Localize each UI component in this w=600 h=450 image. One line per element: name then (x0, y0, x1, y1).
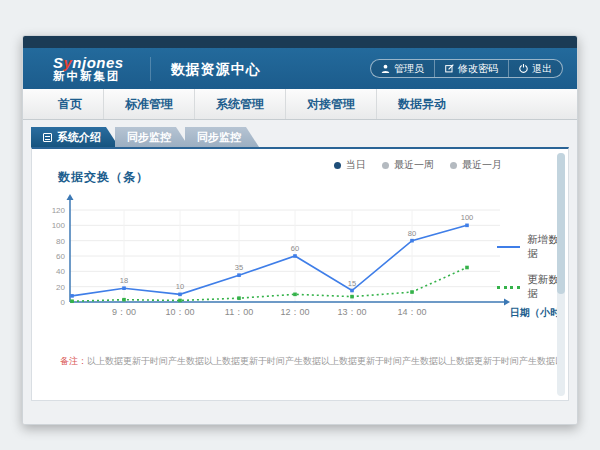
svg-text:20: 20 (56, 283, 65, 292)
panel-scrollbar[interactable] (557, 153, 565, 396)
svg-text:15: 15 (348, 279, 356, 288)
solid-line-icon (497, 246, 520, 248)
document-icon (43, 133, 52, 142)
svg-text:12：00: 12：00 (280, 307, 309, 317)
svg-text:9：00: 9：00 (112, 307, 136, 317)
user-actions-group: 管理员 修改密码 退出 (370, 59, 563, 78)
tab-sync-monitor-2-label: 同步监控 (197, 127, 241, 147)
app-header: Synjones 新中新集团 数据资源中心 管理员 修改密码 退出 (23, 48, 577, 89)
nav-item-data-change[interactable]: 数据异动 (376, 89, 467, 119)
period-filter-group: 当日 最近一周 最近一月 (334, 158, 502, 172)
logout-button[interactable]: 退出 (508, 60, 562, 77)
radio-selected-icon (334, 162, 341, 169)
admin-user-label: 管理员 (394, 62, 424, 76)
nav-item-standard-mgmt[interactable]: 标准管理 (103, 89, 194, 119)
radio-unselected-icon (450, 162, 457, 169)
svg-text:80: 80 (56, 237, 65, 246)
nav-item-home[interactable]: 首页 (37, 89, 103, 119)
content-panel: 当日 最近一周 最近一月 数据交换（条） 0204060801001209：00… (31, 147, 569, 401)
brand-company-name: 新中新集团 (53, 70, 124, 82)
content-area: 系统介绍 同步监控 同步监控 当日 最近一周 (23, 120, 577, 425)
nav-item-interface-mgmt[interactable]: 对接管理 (285, 89, 376, 119)
change-password-button[interactable]: 修改密码 (434, 60, 508, 77)
page-title: 数据资源中心 (150, 57, 261, 81)
brand-logo: Synjones 新中新集团 (53, 55, 124, 83)
tab-system-intro-label: 系统介绍 (57, 127, 101, 147)
filter-last-month-label: 最近一月 (462, 158, 502, 172)
svg-text:60: 60 (56, 252, 65, 261)
edit-icon (445, 64, 454, 73)
tab-sync-monitor-1-label: 同步监控 (127, 127, 171, 147)
footnote: 备注：以上数据更新于时间产生数据以上数据更新于时间产生数据以上数据更新于时间产生… (60, 355, 560, 368)
line-chart: 0204060801001209：0010：0011：0012：0013：001… (32, 187, 572, 347)
svg-text:0: 0 (61, 298, 66, 307)
power-icon (519, 64, 528, 73)
nav-item-system-mgmt[interactable]: 系统管理 (194, 89, 285, 119)
filter-last-month[interactable]: 最近一月 (450, 158, 502, 172)
svg-text:14：00: 14：00 (397, 307, 426, 317)
svg-text:120: 120 (52, 206, 66, 215)
admin-user-button[interactable]: 管理员 (371, 60, 434, 77)
change-password-label: 修改密码 (458, 62, 498, 76)
svg-text:13：00: 13：00 (337, 307, 366, 317)
app-window: Synjones 新中新集团 数据资源中心 管理员 修改密码 退出 (22, 35, 578, 425)
tab-system-intro[interactable]: 系统介绍 (31, 127, 119, 147)
dotted-line-icon (497, 286, 520, 289)
tab-sync-monitor-2[interactable]: 同步监控 (185, 127, 259, 147)
svg-text:60: 60 (291, 244, 299, 253)
svg-text:100: 100 (52, 221, 66, 230)
svg-text:80: 80 (408, 229, 416, 238)
svg-text:10：00: 10：00 (165, 307, 194, 317)
tab-bar: 系统介绍 同步监控 同步监控 (31, 127, 259, 147)
svg-text:35: 35 (235, 263, 243, 272)
radio-unselected-icon (382, 162, 389, 169)
filter-today-label: 当日 (346, 158, 366, 172)
filter-last-week[interactable]: 最近一周 (382, 158, 434, 172)
footnote-text: 以上数据更新于时间产生数据以上数据更新于时间产生数据以上数据更新于时间产生数据以… (87, 356, 560, 366)
svg-text:100: 100 (461, 213, 474, 222)
brand-name: Synjones (53, 55, 124, 71)
svg-text:10: 10 (176, 282, 184, 291)
footnote-label: 备注： (60, 356, 87, 366)
desktop-background: Synjones 新中新集团 数据资源中心 管理员 修改密码 退出 (0, 0, 600, 450)
user-icon (381, 64, 390, 73)
logout-label: 退出 (532, 62, 552, 76)
window-top-strip (23, 36, 577, 48)
filter-last-week-label: 最近一周 (394, 158, 434, 172)
svg-text:18: 18 (120, 276, 128, 285)
svg-text:11：00: 11：00 (225, 307, 253, 317)
main-nav: 首页 标准管理 系统管理 对接管理 数据异动 (23, 89, 577, 120)
filter-today[interactable]: 当日 (334, 158, 366, 172)
scrollbar-thumb[interactable] (557, 153, 565, 294)
tab-sync-monitor-1[interactable]: 同步监控 (115, 127, 189, 147)
svg-text:40: 40 (56, 267, 65, 276)
chart-y-axis-title: 数据交换（条） (58, 169, 149, 186)
